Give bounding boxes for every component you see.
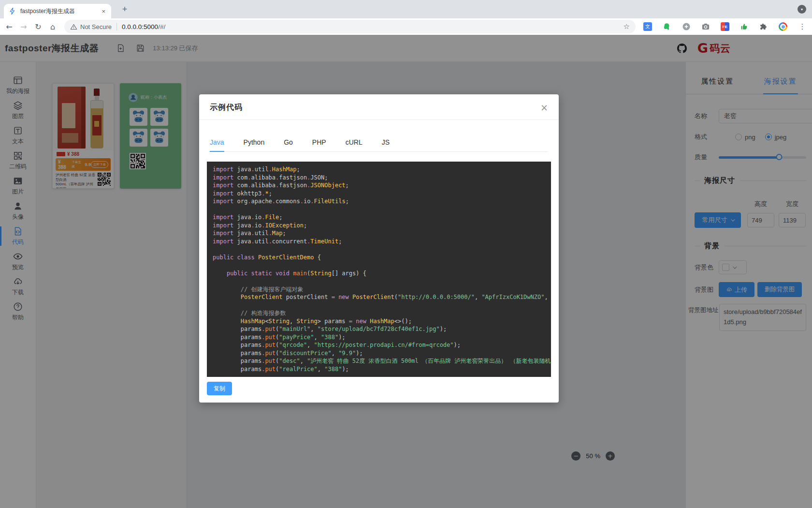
code-line: public class PosterClientDemo { xyxy=(213,254,545,262)
menu-icon[interactable]: ⋮ xyxy=(798,22,807,31)
code-line: params.put("qrcode", "https://poster.pro… xyxy=(213,341,545,349)
code-line: params.put("mainUrl", "store/upload/bc7f… xyxy=(213,325,545,333)
screenshot-icon[interactable] xyxy=(682,22,691,31)
code-line xyxy=(213,277,545,285)
code-line: // 创建海报客户端对象 xyxy=(213,285,545,294)
security-label: Not Secure xyxy=(80,23,112,30)
code-line: import okhttp3.*; xyxy=(213,190,545,198)
code-line: params.put("discountPrice", "9.9"); xyxy=(213,349,545,358)
profile-icon[interactable] xyxy=(779,22,787,31)
code-line xyxy=(213,261,545,269)
code-line: HashMap<String, String> params = new Has… xyxy=(213,317,545,326)
browser-chrome: fastposter海报生成器 × + ▾ ← → ↻ ⌂ Not Secure… xyxy=(0,0,812,35)
tab-title: fastposter海报生成器 xyxy=(20,7,101,15)
back-icon[interactable]: ← xyxy=(4,21,14,32)
new-tab-button[interactable]: + xyxy=(119,4,130,15)
tab-go[interactable]: Go xyxy=(274,133,303,151)
code-line: import com.alibaba.fastjson.JSONObject; xyxy=(213,181,545,190)
copy-button[interactable]: 复制 xyxy=(207,382,232,395)
code-line: import java.util.concurrent.TimeUnit; xyxy=(213,238,545,246)
code-line: PosterClient posterClient = new PosterCl… xyxy=(213,293,545,301)
extensions-row: 文FE⋮ xyxy=(643,22,807,31)
code-line: import org.apache.commons.io.FileUtils; xyxy=(213,197,545,206)
tab-js[interactable]: JS xyxy=(372,133,399,151)
favicon-bolt-icon xyxy=(9,7,16,15)
code-line xyxy=(213,245,545,254)
code-line: params.put("desc", "泸州老窖 特曲 52度 浓香型白酒 50… xyxy=(213,357,545,365)
code-line: import java.util.HashMap; xyxy=(213,165,545,174)
evernote-icon[interactable] xyxy=(663,22,671,31)
home-icon[interactable]: ⌂ xyxy=(47,21,58,32)
close-icon[interactable]: × xyxy=(540,103,548,112)
forward-icon[interactable]: → xyxy=(18,21,29,32)
code-line: params.put("payPrice", "388"); xyxy=(213,333,545,342)
thumbs-up-icon[interactable] xyxy=(740,22,749,31)
tab-java[interactable]: Java xyxy=(210,133,234,151)
code-line xyxy=(213,206,545,214)
url-host: 0.0.0.0:5000 xyxy=(122,23,158,30)
code-line: import java.io.IOException; xyxy=(213,222,545,230)
omnibox[interactable]: Not Secure 0.0.0.0:5000 /#/ ☆ xyxy=(64,20,636,33)
url-path: /#/ xyxy=(158,23,165,30)
translate-icon[interactable]: 文 xyxy=(643,22,652,31)
bookmark-star-icon[interactable]: ☆ xyxy=(624,22,630,31)
browser-tab[interactable]: fastposter海报生成器 × xyxy=(4,4,111,18)
tab-close-icon[interactable]: × xyxy=(101,8,106,15)
code-line: import com.alibaba.fastjson.JSON; xyxy=(213,174,545,182)
code-line: import java.util.Map; xyxy=(213,229,545,238)
extensions-icon[interactable] xyxy=(759,22,768,31)
frontend-icon[interactable]: FE xyxy=(721,22,729,31)
language-tabs: JavaPythonGoPHPcURLJS xyxy=(210,133,548,152)
code-block: import java.util.HashMap;import com.alib… xyxy=(207,162,551,377)
tab-curl[interactable]: cURL xyxy=(336,133,372,151)
media-control-icon[interactable]: ▾ xyxy=(798,5,806,14)
tab-strip: fastposter海报生成器 × + ▾ xyxy=(0,0,812,18)
address-bar: ← → ↻ ⌂ Not Secure 0.0.0.0:5000 /#/ ☆ 文F… xyxy=(0,18,812,35)
modal-title: 示例代码 xyxy=(210,103,243,113)
code-line: params.put("realPrice", "388"); xyxy=(213,365,545,374)
camera-icon[interactable] xyxy=(701,22,710,31)
reload-icon[interactable]: ↻ xyxy=(33,21,44,32)
tab-python[interactable]: Python xyxy=(234,133,275,151)
tab-php[interactable]: PHP xyxy=(303,133,336,151)
code-line: // 构造海报参数 xyxy=(213,309,545,317)
code-line: public static void main(String[] args) { xyxy=(213,269,545,278)
not-secure-icon xyxy=(70,23,77,30)
code-line: import java.io.File; xyxy=(213,213,545,222)
example-code-modal: 示例代码 × JavaPythonGoPHPcURLJS import java… xyxy=(199,94,559,403)
code-line xyxy=(213,301,545,310)
